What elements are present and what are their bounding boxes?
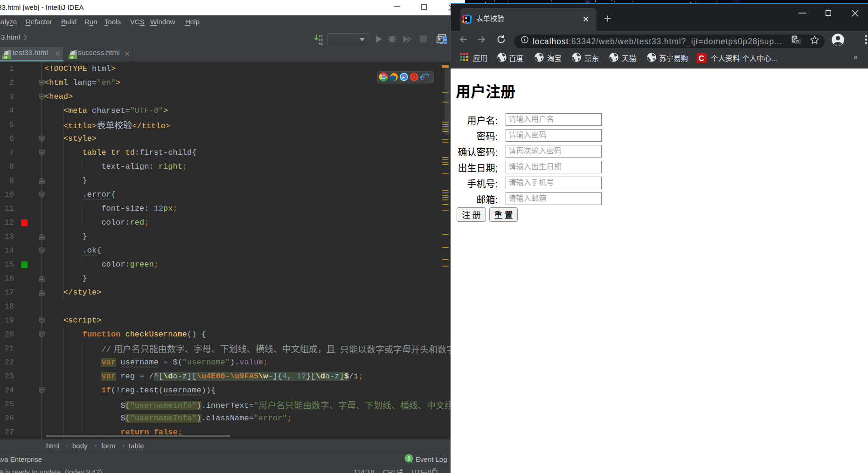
- svg-text:01: 01: [319, 34, 323, 38]
- svg-text:H: H: [70, 55, 74, 60]
- svg-text:C: C: [699, 55, 704, 62]
- svg-text:H: H: [4, 55, 7, 60]
- svg-text:10: 10: [319, 38, 323, 42]
- svg-text:e: e: [421, 72, 424, 82]
- svg-text:1: 1: [407, 455, 410, 462]
